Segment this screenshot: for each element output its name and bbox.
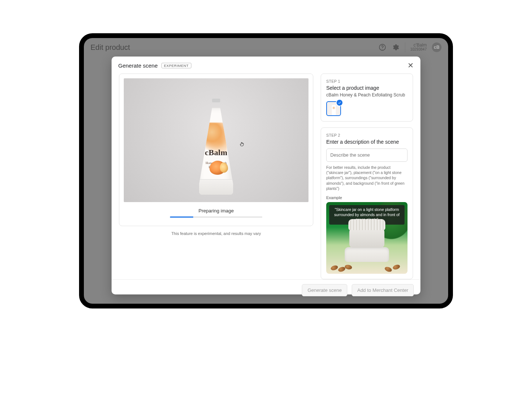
selected-product-name: cBalm Honey & Peach Exfoliating Scrub bbox=[326, 92, 407, 98]
experiment-badge: EXPERIMENT bbox=[161, 63, 191, 68]
generate-scene-button[interactable]: Generate scene bbox=[302, 284, 347, 296]
experiment-note: This feature is experimental, and result… bbox=[171, 231, 261, 236]
example-image: "Skincare jar on a light stone platform … bbox=[326, 202, 407, 274]
pointer-cursor-icon bbox=[239, 141, 245, 149]
product-thumbnail[interactable] bbox=[326, 101, 341, 116]
dialog-footer: Generate scene Add to Merchant Center bbox=[112, 279, 420, 301]
progress-bar bbox=[170, 216, 262, 218]
step-1-panel: STEP 1 Select a product image cBalm Hone… bbox=[321, 74, 413, 122]
step-1-label: STEP 1 bbox=[326, 79, 407, 83]
product-brand: cBalm bbox=[205, 148, 228, 157]
step-2-heading: Enter a description of the scene bbox=[326, 139, 407, 145]
step-2-label: STEP 2 bbox=[326, 133, 407, 137]
preview-card: cBalm Honey & Peach Exfoliating Scrub bbox=[119, 74, 313, 226]
example-label: Example bbox=[326, 195, 407, 200]
generate-scene-dialog: Generate scene EXPERIMENT ✕ bbox=[112, 57, 420, 294]
product-illustration: cBalm Honey & Peach Exfoliating Scrub bbox=[199, 99, 233, 195]
scene-hint: For better results, include the product … bbox=[326, 165, 407, 191]
step-2-panel: STEP 2 Enter a description of the scene … bbox=[321, 127, 413, 279]
step-1-heading: Select a product image bbox=[326, 85, 407, 91]
preview-status: Preparing image bbox=[198, 208, 233, 214]
modal-overlay: Generate scene EXPERIMENT ✕ bbox=[84, 38, 448, 304]
dialog-title: Generate scene bbox=[118, 62, 158, 69]
product-preview: cBalm Honey & Peach Exfoliating Scrub bbox=[124, 78, 308, 202]
add-to-merchant-center-button[interactable]: Add to Merchant Center bbox=[352, 284, 414, 296]
close-icon[interactable]: ✕ bbox=[407, 62, 414, 69]
check-icon bbox=[337, 100, 342, 106]
device-frame: Edit product c'Balm 10293847 cB bbox=[79, 33, 453, 308]
scene-description-input[interactable] bbox=[326, 149, 407, 162]
